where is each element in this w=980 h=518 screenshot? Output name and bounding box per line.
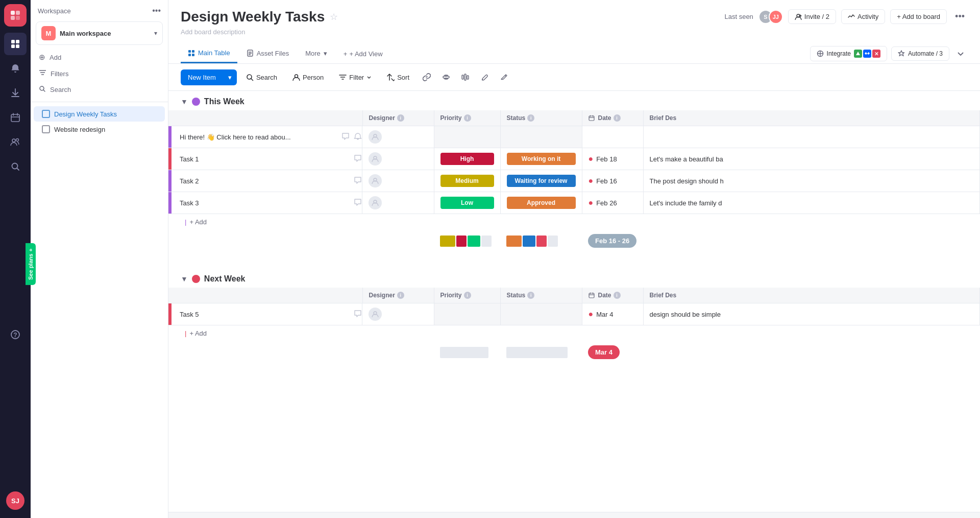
paint-icon-button[interactable] [477,69,493,85]
nav-people-icon[interactable] [4,131,27,153]
nav-bell-icon[interactable] [4,57,27,80]
designer-cell[interactable] [362,170,434,192]
status-info-icon[interactable]: i [527,114,534,122]
task-name[interactable]: Task 2 [172,177,350,185]
add-to-board-button[interactable]: + Add to board [890,9,947,24]
status-cell[interactable]: Approved [500,192,582,214]
status-cell[interactable] [500,126,582,148]
brief-cell[interactable]: design should be simple [643,303,980,325]
filter-toolbar-button[interactable]: Filter [333,70,378,85]
board-item-design-weekly[interactable]: Design Weekly Tasks [34,106,165,122]
this-week-add-row[interactable]: | + Add [168,214,980,230]
horizontal-scrollbar[interactable] [168,512,980,518]
board-description[interactable]: Add board description [181,28,968,36]
priority-cell[interactable]: Medium [434,170,500,192]
comment-icon[interactable] [354,176,362,186]
nav-search-icon[interactable] [4,155,27,178]
sidebar-dots[interactable]: ••• [152,6,161,15]
priority-cell[interactable]: Low [434,192,500,214]
designer-info-icon[interactable]: i [397,114,404,122]
chain-icon-button[interactable] [438,69,454,85]
task-name[interactable]: Task 1 [172,155,350,163]
new-item-button[interactable]: New Item ▾ [181,69,237,85]
table-row[interactable]: Task 2 [168,170,980,192]
comment-icon[interactable] [354,198,362,208]
search-toolbar-button[interactable]: Search [240,70,283,85]
table-row[interactable]: Task 1 [168,148,980,170]
nav-download-icon[interactable] [4,82,27,104]
star-icon[interactable]: ☆ [330,11,338,22]
priority-cell[interactable] [434,303,500,325]
person-toolbar-button[interactable]: Person [286,70,330,85]
brief-cell[interactable]: Let's make a beautiful ba [643,148,980,170]
brief-cell[interactable]: The post design should h [643,170,980,192]
tab-more[interactable]: More ▾ [298,44,334,63]
priority-info-icon-2[interactable]: i [464,292,471,299]
integrate-button[interactable]: Integrate ✕ [810,46,887,61]
svg-rect-17 [192,50,194,53]
comment-icon[interactable] [354,310,362,319]
brief-cell[interactable]: Let's include the family d [643,192,980,214]
search-nav-item[interactable]: Search [31,82,168,98]
filters-nav-item[interactable]: Filters [31,65,168,82]
status-block-waiting [523,236,535,247]
header-more-icon[interactable]: ••• [952,8,968,25]
table-row[interactable]: Hi there! 👋 Click here to read abou... [168,126,980,148]
task-name[interactable]: Task 5 [172,311,350,318]
status-cell[interactable]: Working on it [500,148,582,170]
priority-cell[interactable] [434,126,500,148]
priority-info-icon[interactable]: i [464,114,471,122]
see-plans-tab[interactable]: See plans + [26,243,36,285]
status-info-icon-2[interactable]: i [527,292,534,299]
comment-icon[interactable] [354,154,362,164]
new-item-chevron-button[interactable]: ▾ [223,69,237,85]
designer-cell[interactable] [362,126,434,148]
invite-button[interactable]: Invite / 2 [788,9,836,24]
user-avatar[interactable]: SJ [6,491,24,510]
edit-icon-button[interactable] [496,69,512,85]
task-name[interactable]: Hi there! 👋 Click here to read abou... [172,133,337,141]
date-cell[interactable]: ● Feb 16 [582,170,643,192]
comment-icon[interactable] [341,132,350,142]
link-icon-button[interactable] [419,69,435,85]
designer-cell[interactable] [362,192,434,214]
nav-home-icon[interactable] [4,33,27,55]
collapse-icon[interactable] [953,46,968,61]
designer-info-icon-2[interactable]: i [397,292,404,299]
activity-button[interactable]: Activity [841,9,885,24]
nav-help-icon[interactable]: ? [4,323,27,346]
date-cell[interactable]: ● Mar 4 [582,303,643,325]
new-item-main-button[interactable]: New Item [181,69,223,85]
add-view-button[interactable]: + + Add View [336,45,390,63]
table-row[interactable]: Task 5 [168,303,980,325]
status-cell[interactable] [500,303,582,325]
board-item-website-redesign[interactable]: Website redesign [34,122,165,137]
next-week-add-row[interactable]: | + Add [168,325,980,341]
column-settings-button[interactable] [457,69,474,85]
bell-row-icon[interactable] [354,132,362,142]
table-row[interactable]: Task 3 [168,192,980,214]
date-cell[interactable] [582,126,643,148]
brief-cell[interactable] [643,126,980,148]
priority-cell[interactable]: High [434,148,500,170]
task-name[interactable]: Task 3 [172,199,350,207]
alert-icon: ● [589,198,594,207]
designer-cell[interactable] [362,148,434,170]
nav-calendar-icon[interactable] [4,106,27,129]
date-cell[interactable]: ● Feb 26 [582,192,643,214]
date-info-icon-2[interactable]: i [614,292,621,299]
workspace-selector[interactable]: M Main workspace ▾ [36,21,163,45]
tab-main-table[interactable]: Main Table [181,44,237,63]
app-logo[interactable] [4,4,27,27]
add-nav-item[interactable]: ⊕ Add [31,49,168,65]
status-cell[interactable]: Waiting for review [500,170,582,192]
date-cell[interactable]: ● Feb 18 [582,148,643,170]
tab-asset-files[interactable]: Asset Files [239,44,297,63]
designer-cell[interactable] [362,303,434,325]
group-collapse-icon[interactable]: ▼ [181,98,188,106]
group-collapse-icon-2[interactable]: ▼ [181,275,188,283]
automate-button[interactable]: Automate / 3 [891,46,949,61]
sort-toolbar-button[interactable]: Sort [381,70,415,85]
workspace-chevron-icon: ▾ [154,30,157,37]
date-info-icon[interactable]: i [614,114,621,122]
